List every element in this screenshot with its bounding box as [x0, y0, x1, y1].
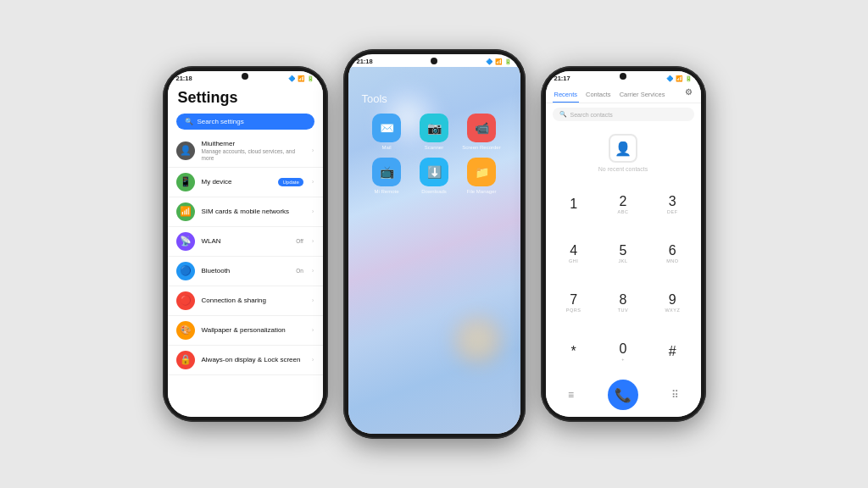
- contacts-placeholder-icon: 👤: [609, 134, 637, 163]
- chevron-icon: ›: [312, 147, 314, 154]
- mail-icon: ✉️: [372, 114, 401, 142]
- mydevice-text: My device: [202, 178, 269, 186]
- search-icon: 🔍: [185, 118, 193, 125]
- app-row-2: 📺 Mi Remote ⬇️ Downloads 📁 File Manager: [359, 158, 510, 195]
- chevron-icon-8: ›: [312, 356, 314, 363]
- settings-item-wlan[interactable]: 📡 WLAN Off ›: [168, 227, 323, 257]
- bluetooth-icon-1: 🔷: [288, 75, 296, 82]
- gear-icon[interactable]: ⚙: [685, 87, 693, 97]
- punch-hole-1: [242, 73, 248, 80]
- num-1[interactable]: 1: [549, 180, 598, 230]
- sim-main: SIM cards & mobile networks: [202, 208, 303, 215]
- dialpad-menu-button[interactable]: ≡: [559, 383, 583, 407]
- num-6[interactable]: 6MNO: [648, 230, 697, 279]
- bluetooth-text: Bluetooth: [202, 267, 290, 274]
- punch-hole-2: [431, 58, 437, 64]
- num-3[interactable]: 3DEF: [648, 180, 697, 230]
- phone-home: 21:18 🔷 📶 🔋 Tools ✉️ Mail 📷 Scanner: [343, 49, 526, 439]
- num-hash[interactable]: #: [648, 327, 697, 376]
- settings-title: Settings: [168, 84, 323, 110]
- connection-main: Connection & sharing: [202, 297, 303, 304]
- wallpaper-text: Wallpaper & personalization: [202, 326, 303, 334]
- dialer-actions: ≡ 📞 ⠿: [546, 376, 701, 417]
- status-icons-1: 🔷 📶 🔋: [288, 75, 314, 82]
- mydevice-icon: 📱: [176, 173, 195, 191]
- num-5[interactable]: 5JKL: [598, 230, 648, 279]
- scanner-label: Scanner: [425, 145, 443, 151]
- lockscreen-text: Always-on display & Lock screen: [202, 356, 303, 363]
- num-9[interactable]: 9WXYZ: [648, 279, 697, 328]
- bluetooth-icon-2: 🔷: [486, 58, 493, 65]
- wallpaper-icon: 🎨: [176, 321, 195, 340]
- sim-text: SIM cards & mobile networks: [202, 208, 303, 215]
- app-downloads[interactable]: ⬇️ Downloads: [415, 158, 453, 195]
- miuithemer-sub: Manage accounts, cloud services, and mor…: [202, 148, 303, 162]
- settings-screen: Settings 🔍 Search settings 👤 Miuithemer …: [168, 84, 323, 417]
- settings-item-miuithemer[interactable]: 👤 Miuithemer Manage accounts, cloud serv…: [168, 135, 323, 168]
- phone-dialer: 21:17 🔷 📶 🔋 Recents Contacts Carrier Ser…: [541, 66, 706, 422]
- connection-text: Connection & sharing: [202, 297, 303, 304]
- app-grid: ✉️ Mail 📷 Scanner 📹 Screen Recorder 📺: [348, 114, 520, 195]
- call-button[interactable]: 📞: [608, 380, 638, 410]
- wlan-main: WLAN: [202, 237, 290, 245]
- app-scanner[interactable]: 📷 Scanner: [415, 114, 453, 151]
- time-2: 21:18: [357, 58, 373, 65]
- tab-contacts[interactable]: Contacts: [584, 87, 613, 103]
- search-contacts-placeholder: Search contacts: [570, 112, 613, 118]
- chevron-icon-4: ›: [312, 237, 314, 245]
- dialpad-grid-button[interactable]: ⠿: [664, 383, 687, 407]
- time-1: 21:18: [176, 75, 192, 82]
- battery-icon-2: 🔋: [504, 58, 512, 65]
- time-3: 21:17: [554, 75, 570, 82]
- num-2[interactable]: 2ABC: [598, 180, 648, 230]
- tab-carrier-services[interactable]: Carrier Services: [618, 87, 667, 103]
- settings-search-bar[interactable]: 🔍 Search settings: [176, 114, 314, 130]
- status-icons-2: 🔷 📶 🔋: [486, 58, 512, 65]
- wlan-status: Off: [296, 238, 303, 244]
- search-icon-dialer: 🔍: [559, 111, 567, 118]
- num-7[interactable]: 7PQRS: [549, 279, 598, 328]
- dialer-search[interactable]: 🔍 Search contacts: [553, 108, 694, 121]
- app-screen-recorder[interactable]: 📹 Screen Recorder: [462, 114, 501, 151]
- miuithemer-text: Miuithemer Manage accounts, cloud servic…: [202, 140, 303, 162]
- chevron-icon-3: ›: [312, 208, 314, 215]
- num-0[interactable]: 0+: [598, 327, 648, 376]
- signal-icon-2: 📶: [495, 58, 503, 65]
- dialer-screen: Recents Contacts Carrier Services ⚙ 🔍 Se…: [546, 84, 701, 417]
- miuithemer-main: Miuithemer: [202, 140, 303, 147]
- bluetooth-icon-3: 🔷: [666, 75, 674, 82]
- chevron-icon-6: ›: [312, 297, 314, 304]
- battery-icon-3: 🔋: [685, 75, 693, 82]
- sim-icon: 📶: [176, 202, 195, 221]
- app-mi-remote[interactable]: 📺 Mi Remote: [367, 158, 406, 195]
- downloads-label: Downloads: [421, 189, 447, 195]
- lockscreen-icon: 🔒: [176, 351, 195, 369]
- file-manager-label: File Manager: [466, 189, 496, 195]
- mydevice-main: My device: [202, 178, 269, 186]
- mi-remote-icon: 📺: [372, 158, 401, 186]
- lockscreen-main: Always-on display & Lock screen: [202, 356, 303, 363]
- bluetooth-main: Bluetooth: [202, 267, 290, 274]
- folder-title: Tools: [348, 67, 520, 114]
- num-4[interactable]: 4GHI: [549, 230, 598, 279]
- tab-recents[interactable]: Recents: [553, 87, 580, 103]
- app-file-manager[interactable]: 📁 File Manager: [462, 158, 501, 195]
- app-row-1: ✉️ Mail 📷 Scanner 📹 Screen Recorder: [359, 114, 510, 151]
- settings-item-bluetooth[interactable]: 🔵 Bluetooth On ›: [168, 257, 323, 286]
- settings-item-connection[interactable]: 🔴 Connection & sharing ›: [168, 286, 323, 316]
- dialer-tabs: Recents Contacts Carrier Services: [546, 84, 701, 103]
- file-manager-icon: 📁: [467, 158, 496, 186]
- num-star[interactable]: *: [549, 327, 598, 376]
- no-contacts-text: No recent contacts: [598, 166, 648, 172]
- settings-item-lockscreen[interactable]: 🔒 Always-on display & Lock screen ›: [168, 346, 323, 375]
- num-8[interactable]: 8TUV: [598, 279, 648, 328]
- punch-hole-3: [620, 73, 626, 80]
- app-mail[interactable]: ✉️ Mail: [367, 114, 406, 151]
- settings-item-sim[interactable]: 📶 SIM cards & mobile networks ›: [168, 197, 323, 227]
- home-screen: Tools ✉️ Mail 📷 Scanner 📹 Screen Recorde…: [348, 67, 520, 434]
- settings-item-wallpaper[interactable]: 🎨 Wallpaper & personalization ›: [168, 316, 323, 346]
- connection-icon: 🔴: [176, 291, 195, 310]
- settings-item-mydevice[interactable]: 📱 My device Update ›: [168, 168, 323, 197]
- bluetooth-status: On: [296, 268, 303, 274]
- mi-remote-label: Mi Remote: [374, 189, 398, 195]
